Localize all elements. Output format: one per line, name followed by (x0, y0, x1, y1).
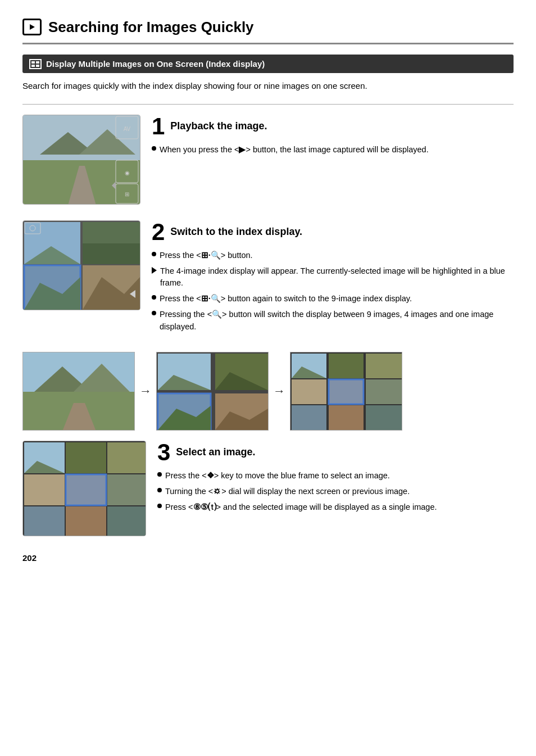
section-header-text: Display Multiple Images on One Screen (I… (46, 58, 265, 70)
bullet-dot-3-3 (157, 504, 162, 508)
step2-bullet-2: The 4-image index display will appear. T… (152, 265, 514, 290)
index-display-row: → → (22, 352, 514, 431)
svg-rect-42 (329, 354, 364, 378)
step1-bullets: When you press the <▶> button, the last … (152, 144, 514, 156)
step2-camera-image (22, 220, 140, 310)
step3-bullet-1: Press the <❖> key to move the blue frame… (157, 470, 514, 482)
step3-bullet-2: Turning the <⛭> dial will display the ne… (157, 486, 514, 498)
svg-rect-58 (24, 506, 65, 536)
step2-bullet-1: Press the <⊞·🔍> button. (152, 250, 514, 262)
title-text: Searching for Images Quickly (48, 17, 254, 37)
step2-bullet-3: Press the <⊞·🔍> button again to switch t… (152, 293, 514, 305)
index-img-single (22, 352, 135, 431)
step3-content: 3 Select an image. Press the <❖> key to … (157, 441, 514, 517)
step1-camera-image: AV ◉ ⊞ (22, 115, 140, 205)
svg-rect-43 (366, 354, 402, 378)
svg-rect-53 (66, 442, 106, 473)
bullet-tri-2-2 (152, 267, 157, 274)
step-1-row: AV ◉ ⊞ 1 Playback the image. When you pr… (22, 115, 514, 205)
divider-1 (22, 104, 514, 105)
index-img-9grid (290, 352, 402, 431)
step2-b1-text: Press the <⊞·🔍> button. (160, 250, 253, 262)
arrow-1: → (139, 383, 152, 400)
svg-rect-55 (24, 474, 65, 505)
step2-title: Switch to the index display. (170, 220, 302, 239)
svg-marker-0 (30, 24, 35, 30)
svg-rect-46 (366, 379, 402, 404)
step2-b4-text: Pressing the <🔍> button will switch the … (160, 309, 514, 333)
step2-b3-text: Press the <⊞·🔍> button again to switch t… (160, 293, 412, 305)
svg-rect-56 (66, 474, 106, 505)
bullet-dot-2-4 (152, 311, 156, 315)
step1-number: 1 (152, 115, 165, 138)
svg-rect-49 (366, 405, 402, 430)
step3-b3-text: Press <⑧⑤⒯> and the selected image will … (165, 501, 437, 514)
step2-b2-text: The 4-image index display will appear. T… (160, 265, 514, 290)
step1-content: 1 Playback the image. When you press the… (152, 115, 514, 160)
svg-rect-59 (66, 506, 106, 536)
play-icon (22, 19, 42, 35)
step2-bullets: Press the <⊞·🔍> button. The 4-image inde… (152, 250, 514, 333)
step1-bullet-1-text: When you press the <▶> button, the last … (160, 144, 429, 156)
step3-b2-text: Turning the <⛭> dial will display the ne… (165, 486, 410, 498)
svg-rect-45 (329, 379, 364, 404)
page-number: 202 (22, 552, 514, 564)
step1-header: 1 Playback the image. (152, 115, 514, 138)
step-3-row: 3 Select an image. Press the <❖> key to … (22, 441, 514, 536)
step2-bullet-4: Pressing the <🔍> button will switch the … (152, 309, 514, 333)
step1-bullet-1: When you press the <▶> button, the last … (152, 144, 514, 156)
index-img-4grid (156, 352, 269, 431)
step3-b1-text: Press the <❖> key to move the blue frame… (165, 470, 390, 482)
svg-rect-44 (292, 379, 326, 404)
step2-number: 2 (152, 220, 165, 244)
step3-header: 3 Select an image. (157, 441, 514, 464)
svg-rect-54 (107, 442, 146, 473)
bullet-dot-2-1 (152, 252, 156, 256)
step3-title: Select an image. (176, 441, 255, 459)
section-header: Display Multiple Images on One Screen (I… (22, 55, 514, 73)
svg-rect-48 (329, 405, 364, 430)
svg-rect-47 (292, 405, 326, 430)
step-2-row: 2 Switch to the index display. Press the… (22, 220, 514, 337)
svg-text:⊞: ⊞ (125, 191, 129, 197)
svg-rect-57 (107, 474, 146, 505)
step2-header: 2 Switch to the index display. (152, 220, 514, 244)
bullet-dot-2-3 (152, 295, 156, 300)
step3-bullets: Press the <❖> key to move the blue frame… (157, 470, 514, 513)
bullet-dot-3-2 (157, 488, 162, 492)
step3-camera-image (22, 441, 146, 536)
grid-icon (29, 59, 42, 69)
bullet-dot (152, 146, 156, 151)
svg-rect-60 (107, 506, 146, 536)
step2-content: 2 Switch to the index display. Press the… (152, 220, 514, 337)
page-title: Searching for Images Quickly (22, 17, 514, 44)
step3-number: 3 (157, 441, 170, 464)
bullet-dot-3-1 (157, 472, 162, 477)
arrow-2: → (273, 383, 285, 400)
step1-title: Playback the image. (170, 115, 267, 133)
intro-text: Search for images quickly with the index… (22, 80, 514, 93)
step3-bullet-3: Press <⑧⑤⒯> and the selected image will … (157, 501, 514, 514)
svg-text:AV: AV (124, 126, 131, 132)
svg-rect-17 (83, 243, 140, 264)
svg-text:◉: ◉ (125, 170, 130, 176)
